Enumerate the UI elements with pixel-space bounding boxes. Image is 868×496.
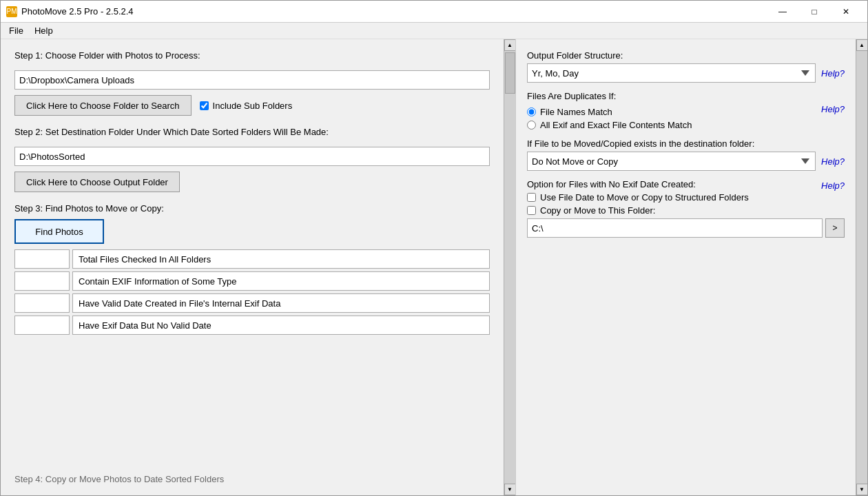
stats-row: Have Exif Data But No Valid Date	[14, 316, 490, 335]
find-photos-row: Find Photos	[14, 219, 490, 244]
title-bar: PM PhotoMove 2.5 Pro - 2.5.2.4 — □ ✕	[1, 1, 867, 23]
stats-label-box-0: Total Files Checked In All Folders	[72, 249, 490, 269]
main-content: Step 1: Choose Folder with Photos to Pro…	[1, 39, 867, 495]
if-exists-label: If File to be Moved/Copied exists in the…	[527, 138, 845, 149]
include-sub-folders-text: Include Sub Folders	[213, 101, 293, 111]
right-scroll-bar[interactable]: ▲ ▼	[856, 39, 867, 495]
no-exif-option1-row: Use File Date to Move or Copy to Structu…	[527, 192, 845, 203]
stats-count-box-0	[14, 249, 70, 269]
dup-option1-text: File Names Match	[540, 107, 612, 117]
step2-label: Step 2: Set Destination Folder Under Whi…	[14, 127, 490, 137]
output-folder-structure-section: Output Folder Structure: Yr, Mo, Day Yr,…	[527, 50, 845, 83]
no-exif-option2-row: Copy or Move to This Folder:	[527, 205, 845, 216]
dup-option2-label[interactable]: All Exif and Exact File Contents Match	[527, 120, 692, 130]
stats-label-box-3: Have Exif Data But No Valid Date	[72, 316, 490, 335]
output-folder-dropdown[interactable]: Yr, Mo, Day Yr, Mo Yr Yr, Mo, Day - Alt	[527, 63, 816, 83]
include-sub-folders-label[interactable]: Include Sub Folders	[200, 101, 293, 111]
stats-count-box-1	[14, 271, 70, 291]
stats-count-box-2	[14, 293, 70, 313]
right-scroll-up-arrow[interactable]: ▲	[856, 39, 868, 51]
choose-folder-button[interactable]: Click Here to Choose Folder to Search	[14, 95, 192, 116]
window-controls: — □ ✕	[767, 1, 862, 23]
step1-section: Step 1: Choose Folder with Photos to Pro…	[14, 50, 490, 116]
app-icon: PM	[6, 6, 17, 17]
window-title: PhotoMove 2.5 Pro - 2.5.2.4	[21, 6, 767, 17]
stats-label-box-2: Have Valid Date Created in File's Intern…	[72, 293, 490, 313]
left-panel: Step 1: Choose Folder with Photos to Pro…	[1, 39, 504, 495]
help-link-2[interactable]: Help?	[821, 104, 845, 114]
stats-container: Total Files Checked In All FoldersContai…	[14, 249, 490, 335]
menu-help[interactable]: Help	[29, 24, 59, 37]
duplicates-section: Files Are Duplicates If: File Names Matc…	[527, 91, 845, 130]
main-window: PM PhotoMove 2.5 Pro - 2.5.2.4 — □ ✕ Fil…	[0, 0, 868, 496]
duplicates-radio-group: File Names Match All Exif and Exact File…	[527, 107, 692, 130]
scroll-up-arrow[interactable]: ▲	[504, 39, 516, 51]
no-exif-folder-input[interactable]	[527, 218, 823, 238]
step2-folder-input[interactable]	[14, 147, 490, 166]
include-sub-folders-checkbox[interactable]	[200, 101, 209, 110]
close-button[interactable]: ✕	[830, 1, 862, 23]
right-panel: Output Folder Structure: Yr, Mo, Day Yr,…	[515, 39, 856, 495]
dup-option1-radio[interactable]	[527, 107, 536, 116]
if-exists-section: If File to be Moved/Copied exists in the…	[527, 138, 845, 171]
stats-count-box-3	[14, 316, 70, 335]
dup-option2-radio[interactable]	[527, 121, 536, 130]
help-link-3[interactable]: Help?	[821, 156, 845, 167]
step1-folder-input[interactable]	[14, 70, 490, 90]
help-link-4[interactable]: Help?	[821, 180, 845, 191]
menu-file[interactable]: File	[3, 24, 29, 37]
minimize-button[interactable]: —	[767, 1, 798, 23]
stats-row: Total Files Checked In All Folders	[14, 249, 490, 269]
menu-bar: File Help	[1, 23, 867, 39]
dup-option1-label[interactable]: File Names Match	[527, 107, 692, 117]
step1-controls: Click Here to Choose Folder to Search In…	[14, 95, 490, 116]
left-scroll-bar[interactable]: ▲ ▼	[504, 39, 515, 495]
no-exif-section: Option for Files with No Exif Date Creat…	[527, 179, 845, 238]
stats-row: Contain EXIF Information of Some Type	[14, 271, 490, 291]
stats-label-box-1: Contain EXIF Information of Some Type	[72, 271, 490, 291]
step1-label: Step 1: Choose Folder with Photos to Pro…	[14, 50, 490, 61]
output-folder-structure-label: Output Folder Structure:	[527, 50, 845, 61]
step4-label: Step 4: Copy or Move Photos to Date Sort…	[14, 474, 224, 484]
no-exif-option2-checkbox[interactable]	[527, 206, 536, 215]
right-scroll-down-arrow[interactable]: ▼	[856, 484, 868, 495]
step3-section: Step 3: Find Photos to Move or Copy: Fin…	[14, 203, 490, 338]
choose-output-button[interactable]: Click Here to Choose Output Folder	[14, 172, 180, 192]
no-exif-browse-button[interactable]: >	[825, 218, 845, 238]
step3-label: Step 3: Find Photos to Move or Copy:	[14, 203, 490, 214]
find-photos-button[interactable]: Find Photos	[14, 219, 104, 244]
if-exists-dropdown-row: Do Not Move or Copy Overwrite Rename Hel…	[527, 152, 845, 171]
no-exif-option1-checkbox[interactable]	[527, 193, 536, 202]
dup-option2-text: All Exif and Exact File Contents Match	[540, 120, 692, 130]
step2-controls: Click Here to Choose Output Folder	[14, 172, 490, 192]
no-exif-option2-text: Copy or Move to This Folder:	[540, 205, 655, 216]
output-folder-dropdown-row: Yr, Mo, Day Yr, Mo Yr Yr, Mo, Day - Alt …	[527, 63, 845, 83]
no-exif-label: Option for Files with No Exif Date Creat…	[527, 179, 696, 189]
scroll-down-arrow[interactable]: ▼	[504, 484, 516, 495]
maximize-button[interactable]: □	[798, 1, 830, 23]
help-link-1[interactable]: Help?	[821, 68, 845, 79]
step2-section: Step 2: Set Destination Folder Under Whi…	[14, 127, 490, 192]
duplicates-label: Files Are Duplicates If:	[527, 91, 845, 101]
scroll-thumb[interactable]	[505, 52, 515, 94]
no-exif-folder-row: >	[527, 218, 845, 238]
no-exif-option1-text: Use File Date to Move or Copy to Structu…	[540, 192, 749, 203]
if-exists-dropdown[interactable]: Do Not Move or Copy Overwrite Rename	[527, 152, 816, 171]
stats-row: Have Valid Date Created in File's Intern…	[14, 293, 490, 313]
